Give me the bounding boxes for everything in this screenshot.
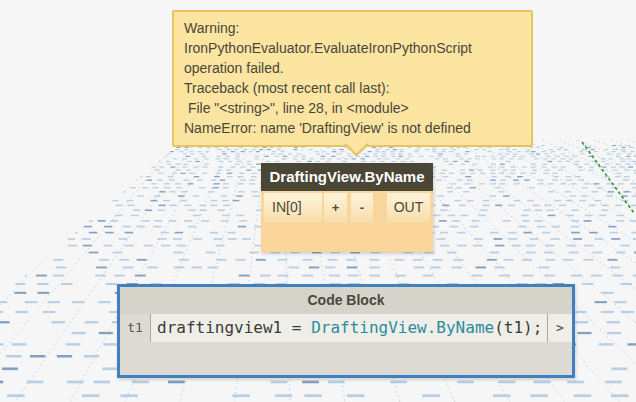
code-block-body <box>120 342 572 375</box>
node-title[interactable]: DraftingView.ByName <box>261 163 433 191</box>
code-block-editor[interactable]: draftingview1 = DraftingView.ByName(t1); <box>151 314 547 342</box>
node-input-port[interactable]: IN[0] <box>264 193 322 222</box>
code-call: DraftingView.ByName <box>311 318 494 337</box>
warning-tooltip[interactable]: Warning: IronPythonEvaluator.EvaluateIro… <box>172 10 533 147</box>
dynamo-canvas[interactable]: DraftingView.ByName IN[0] + - OUT Code B… <box>0 0 636 402</box>
code-lhs: draftingview1 = <box>157 318 311 337</box>
node-code-block[interactable]: Code Block t1 draftingview1 = DraftingVi… <box>117 284 575 378</box>
code-block-input-port[interactable]: t1 <box>120 314 151 342</box>
warning-line: Traceback (most recent call last): <box>184 78 531 98</box>
code-args: (t1); <box>494 318 542 337</box>
warning-line: Warning: <box>184 18 531 38</box>
warning-line: operation failed. <box>184 58 531 78</box>
remove-port-button[interactable]: - <box>351 193 373 222</box>
node-draftingview-byname[interactable]: DraftingView.ByName IN[0] + - OUT <box>261 163 433 252</box>
node-output-port[interactable]: OUT <box>387 193 430 222</box>
warning-line: File "<string>", line 28, in <module> <box>184 98 531 118</box>
add-port-button[interactable]: + <box>324 193 347 222</box>
code-block-title[interactable]: Code Block <box>120 287 572 314</box>
code-block-output-port[interactable]: > <box>547 314 572 342</box>
warning-line: IronPythonEvaluator.EvaluateIronPythonSc… <box>184 38 531 58</box>
